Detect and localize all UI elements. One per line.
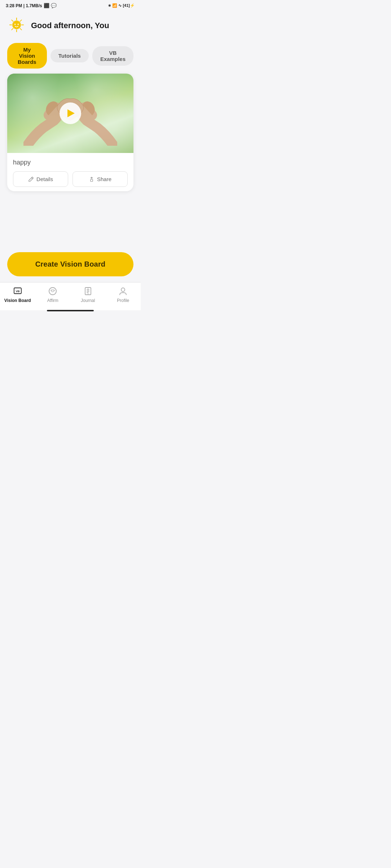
spacer <box>0 222 141 245</box>
svg-point-19 <box>54 290 54 290</box>
wifi-icon: ∿ <box>118 3 122 8</box>
pencil-icon <box>28 176 34 182</box>
top-tabs: My Vision Boards Tutorials VB Examples <box>0 39 141 74</box>
nav-label-affirm: Affirm <box>47 298 58 303</box>
nav-item-affirm[interactable]: Affirm <box>35 286 71 303</box>
card-image[interactable] <box>7 74 133 153</box>
play-button[interactable] <box>60 102 81 124</box>
main-content: happy Details S <box>0 74 141 222</box>
bluetooth-icon: ∗ <box>108 3 111 8</box>
share-button[interactable]: Share <box>73 171 128 187</box>
greeting-text: Good afternoon, You <box>31 21 109 30</box>
svg-point-1 <box>13 21 21 29</box>
tab-tutorials[interactable]: Tutorials <box>50 49 89 62</box>
battery-icon: [41]⚡ <box>123 3 135 8</box>
svg-line-12 <box>31 177 32 179</box>
affirm-icon <box>48 286 58 296</box>
card-title: happy <box>13 159 128 166</box>
sun-icon <box>7 16 26 36</box>
svg-line-8 <box>12 20 13 21</box>
vision-board-card: happy Details S <box>7 74 133 191</box>
home-bar <box>47 310 94 311</box>
nav-item-vision-board[interactable]: VB Vision Board <box>0 286 35 303</box>
details-button[interactable]: Details <box>13 171 68 187</box>
nav-label-profile: Profile <box>117 298 129 303</box>
svg-text:VB: VB <box>16 290 19 293</box>
svg-point-17 <box>49 288 56 295</box>
status-time: 3:28 PM | 1.7MB/s ⬛ 💬 <box>6 3 57 8</box>
message-icon: 💬 <box>51 3 57 8</box>
share-icon <box>89 176 95 182</box>
svg-line-10 <box>20 20 22 21</box>
tab-vb-examples[interactable]: VB Examples <box>92 46 133 66</box>
header: Good afternoon, You <box>0 10 141 39</box>
card-body: happy Details S <box>7 153 133 191</box>
nav-label-journal: Journal <box>81 298 95 303</box>
home-indicator <box>0 310 141 312</box>
svg-line-11 <box>12 29 13 30</box>
bottom-nav: VB Vision Board Affirm <box>0 282 141 310</box>
status-icons: ∗ 📶 ∿ [41]⚡ <box>108 3 135 8</box>
svg-point-3 <box>18 24 19 25</box>
nav-label-vision-board: Vision Board <box>4 298 31 303</box>
signal-icon: 📶 <box>112 3 117 8</box>
create-vision-board-button[interactable]: Create Vision Board <box>7 252 133 276</box>
svg-rect-13 <box>91 179 93 181</box>
play-triangle-icon <box>67 109 75 117</box>
tab-my-vision-boards[interactable]: My Vision Boards <box>7 43 47 69</box>
card-actions: Details Share <box>13 171 128 187</box>
svg-point-24 <box>121 288 125 291</box>
nav-item-profile[interactable]: Profile <box>106 286 141 303</box>
status-bar: 3:28 PM | 1.7MB/s ⬛ 💬 ∗ 📶 ∿ [41]⚡ <box>0 0 141 10</box>
vb-icon: VB <box>13 286 23 296</box>
nav-item-journal[interactable]: Journal <box>70 286 106 303</box>
journal-icon <box>83 286 93 296</box>
svg-line-9 <box>20 29 22 30</box>
create-btn-container: Create Vision Board <box>0 245 141 282</box>
screencast-icon: ⬛ <box>44 3 49 8</box>
profile-icon <box>118 286 128 296</box>
svg-point-18 <box>51 290 52 290</box>
svg-point-2 <box>14 24 16 25</box>
